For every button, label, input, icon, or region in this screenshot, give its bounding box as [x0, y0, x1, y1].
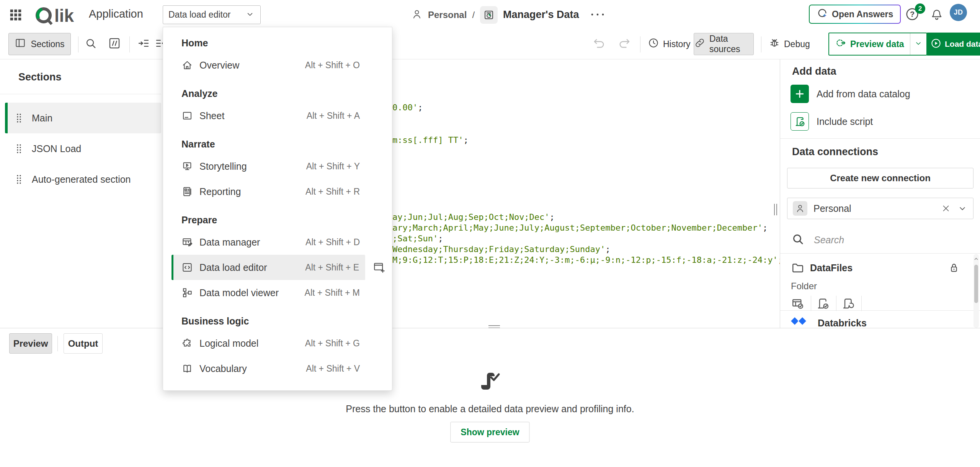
connection-actions [791, 295, 867, 312]
history-button[interactable]: History [648, 35, 691, 53]
indent-button[interactable] [135, 35, 152, 53]
connection-type: Folder [791, 281, 817, 292]
debug-button[interactable]: Debug [769, 35, 810, 53]
data-sources-label: Data sources [709, 34, 753, 54]
tab-output[interactable]: Output [64, 333, 103, 354]
undo-icon [592, 36, 606, 52]
menu-group-header: Narrate [163, 128, 392, 154]
create-new-connection-button[interactable]: Create new connection [787, 168, 973, 188]
load-data-button[interactable]: Load data [926, 33, 980, 56]
notifications-button[interactable] [930, 8, 943, 23]
space-filter-value: Personal [813, 203, 935, 214]
history-label: History [663, 39, 691, 49]
menu-item-sheet[interactable]: Sheet Alt + Shift + A [172, 103, 384, 128]
connection-name[interactable]: DataFiles [810, 262, 853, 274]
show-preview-button[interactable]: Show preview [450, 422, 529, 442]
qlik-logo: lik [34, 5, 82, 26]
sections-toggle-button[interactable]: Sections [8, 33, 71, 55]
vertical-splitter-handle[interactable] [773, 204, 778, 215]
connection-item-databricks[interactable]: Databricks [789, 315, 867, 328]
reporting-icon [181, 186, 193, 197]
chevron-up-icon[interactable] [974, 256, 978, 262]
chevron-down-icon [914, 39, 923, 49]
search-button[interactable] [82, 35, 100, 53]
view-selector-value: Data load editor [168, 10, 245, 20]
avatar[interactable]: JD [950, 4, 967, 21]
script-reload-icon[interactable] [841, 297, 861, 310]
divider [811, 296, 811, 311]
code-icon [181, 262, 193, 273]
search-icon [84, 37, 97, 51]
section-item-main[interactable]: Main [5, 103, 161, 133]
menu-group-header: Home [163, 27, 392, 52]
plus-icon [791, 85, 809, 103]
search-input[interactable] [813, 234, 937, 246]
menu-item-reporting[interactable]: Reporting Alt + Shift + R [172, 179, 384, 204]
drag-handle-icon[interactable] [16, 144, 21, 154]
debug-bug-icon [769, 37, 780, 51]
add-from-catalog-label: Add from data catalog [817, 88, 910, 100]
puzzle-icon [181, 338, 193, 349]
add-data-title: Add data [792, 66, 836, 77]
space-filter-dropdown[interactable]: Personal [787, 198, 973, 219]
menu-item-data-model-viewer[interactable]: Data model viewer Alt + Shift + M [172, 280, 384, 305]
menu-item-data-load-editor[interactable]: Data load editor Alt + Shift + E [172, 255, 365, 280]
section-item-label: Auto-generated section [32, 174, 131, 185]
chevron-down-icon[interactable] [957, 203, 968, 214]
app-launcher-button[interactable] [8, 8, 23, 22]
script-line: Wednesday;Thursday;Friday;Saturday;Sunda… [392, 244, 611, 255]
view-selector-dropdown[interactable]: Data load editor [163, 5, 261, 24]
data-sources-button[interactable]: Data sources [694, 33, 754, 55]
preview-data-icon [835, 37, 846, 51]
lock-icon [948, 262, 960, 275]
redo-icon [617, 36, 631, 52]
include-script-button[interactable]: Include script [791, 111, 873, 132]
divider [57, 336, 58, 351]
connections-scrollbar[interactable] [973, 254, 979, 328]
connection-name: Databricks [818, 318, 867, 328]
script-check-icon [477, 370, 503, 395]
storytelling-icon [181, 161, 193, 172]
menu-item-data-manager[interactable]: Data manager Alt + Shift + D [172, 229, 384, 255]
menu-item-logical-model[interactable]: Logical model Alt + Shift + G [172, 331, 384, 356]
divider [836, 296, 836, 311]
debug-label: Debug [784, 39, 810, 49]
table-check-icon[interactable] [791, 297, 811, 310]
preview-data-label: Preview data [850, 39, 904, 49]
add-from-catalog-button[interactable]: Add from data catalog [791, 83, 910, 105]
breadcrumb-space[interactable]: Personal [428, 10, 467, 20]
section-item-json-load[interactable]: JSON Load [5, 133, 161, 164]
divider [861, 296, 862, 311]
drag-handle-icon[interactable] [16, 174, 21, 185]
answers-sparkle-icon [817, 7, 828, 21]
navigation-menu: Home Overview Alt + Shift + O Analyze Sh… [163, 27, 392, 391]
tab-preview[interactable]: Preview [9, 333, 52, 354]
divider [780, 138, 980, 139]
menu-item-vocabulary[interactable]: Vocabulary Alt + Shift + V [172, 356, 384, 381]
scrollbar-thumb[interactable] [974, 265, 978, 303]
script-check-icon[interactable] [816, 297, 836, 310]
include-script-label: Include script [817, 116, 873, 127]
menu-item-storytelling[interactable]: Storytelling Alt + Shift + Y [172, 154, 384, 179]
script-line: 0.00'; [392, 102, 423, 113]
more-options-button[interactable] [590, 11, 605, 18]
comment-button[interactable] [106, 35, 123, 53]
drag-handle-icon[interactable] [16, 113, 21, 123]
load-data-label: Load data [945, 39, 980, 49]
clear-filter-button[interactable] [941, 203, 951, 213]
undo-button[interactable] [590, 35, 608, 53]
sections-toggle-label: Sections [31, 39, 64, 49]
redo-button[interactable] [616, 35, 633, 53]
menu-item-overview[interactable]: Overview Alt + Shift + O [172, 52, 384, 78]
search-icon [791, 232, 805, 247]
open-answers-button[interactable]: Open Answers [809, 5, 901, 24]
preview-data-options-button[interactable] [910, 33, 926, 55]
section-item-auto-generated[interactable]: Auto-generated section [5, 164, 161, 195]
help-button[interactable]: ? 2 [905, 7, 920, 22]
shortcut: Alt + Shift + E [305, 262, 359, 273]
notification-badge: 2 [915, 3, 925, 14]
svg-text:lik: lik [54, 6, 74, 25]
preview-data-button[interactable]: Preview data [829, 33, 910, 55]
open-in-new-tab-button[interactable] [371, 260, 387, 275]
toolbar-divider [78, 36, 78, 52]
